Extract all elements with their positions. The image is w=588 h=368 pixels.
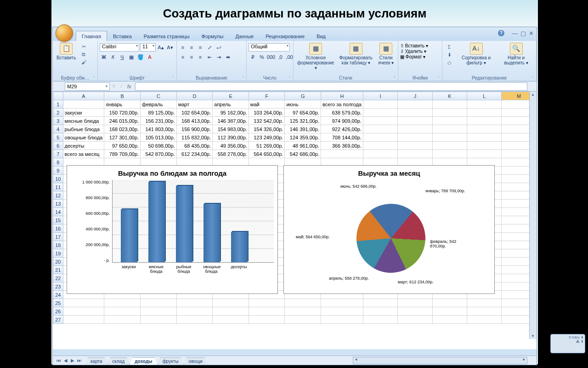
row-header-23[interactable]: 23 bbox=[53, 282, 63, 291]
row-header-5[interactable]: 5 bbox=[53, 133, 63, 142]
cell[interactable] bbox=[104, 299, 141, 307]
row-header-11[interactable]: 11 bbox=[53, 183, 63, 191]
sheet-tab-склад[interactable]: склад bbox=[107, 357, 130, 365]
restore-icon[interactable]: ▢ bbox=[520, 30, 526, 37]
cell[interactable]: мясные блюда bbox=[63, 117, 104, 125]
office-button[interactable] bbox=[56, 24, 73, 42]
last-sheet-icon[interactable]: ⏭ bbox=[76, 358, 83, 363]
horizontal-scrollbar[interactable] bbox=[353, 357, 527, 364]
enter-icon[interactable]: ✓ bbox=[119, 83, 124, 89]
cell[interactable] bbox=[363, 117, 397, 125]
cell[interactable]: всего за месяц bbox=[63, 150, 104, 158]
format-as-table-button[interactable]: ▦Форматировать как таблицу ▾ bbox=[337, 42, 375, 66]
cell[interactable] bbox=[432, 299, 467, 307]
cell[interactable]: 127 301,00р. bbox=[104, 133, 141, 142]
cell[interactable] bbox=[63, 307, 104, 316]
format-cells-button[interactable]: ▦ Формат ▾ bbox=[400, 54, 425, 59]
cell[interactable] bbox=[363, 100, 397, 109]
cell[interactable]: 103 264,00р. bbox=[249, 109, 285, 117]
cell[interactable] bbox=[398, 100, 432, 109]
next-sheet-icon[interactable]: ▶ bbox=[69, 358, 76, 363]
cell[interactable]: 542 870,00р. bbox=[141, 150, 177, 158]
cell[interactable]: январь bbox=[104, 100, 141, 109]
network-widget[interactable]: 5 KB/s ⬇🖧 ⬇ bbox=[550, 334, 585, 353]
ribbon-tab-Разметка страницы[interactable]: Разметка страницы bbox=[138, 31, 196, 41]
sheet-tab-карта[interactable]: карта bbox=[85, 357, 107, 365]
row-header-20[interactable]: 20 bbox=[53, 258, 63, 266]
vertical-scrollbar[interactable] bbox=[529, 92, 537, 339]
cell[interactable]: 564 650,00р. bbox=[249, 150, 285, 158]
cell[interactable]: 124 359,00р. bbox=[285, 133, 321, 142]
pie-chart[interactable]: Выручка за месяц январь; 789 709,00р.фев… bbox=[283, 165, 495, 294]
row-header-27[interactable]: 27 bbox=[53, 316, 63, 324]
increase-indent-icon[interactable]: ⇥ bbox=[215, 53, 223, 61]
row-header-10[interactable]: 10 bbox=[53, 175, 63, 183]
border-button[interactable]: ▦ bbox=[127, 53, 136, 61]
row-header-2[interactable]: 2 bbox=[53, 109, 63, 117]
align-middle-icon[interactable]: ≡ bbox=[187, 43, 196, 52]
increase-decimal-icon[interactable]: ,0 bbox=[276, 53, 284, 61]
col-header-A[interactable]: A bbox=[63, 92, 104, 100]
cell[interactable]: 112 390,00р. bbox=[213, 133, 249, 142]
cancel-icon[interactable]: ✕ bbox=[112, 83, 116, 89]
italic-button[interactable]: К bbox=[109, 53, 117, 61]
cell[interactable] bbox=[398, 125, 432, 133]
cell[interactable] bbox=[213, 299, 249, 307]
align-bottom-icon[interactable]: ≡ bbox=[196, 43, 204, 52]
cell[interactable]: 638 579,00р. bbox=[321, 109, 363, 117]
cell[interactable] bbox=[432, 316, 467, 324]
cell[interactable] bbox=[467, 307, 502, 316]
font-name-select[interactable]: Calibri bbox=[100, 43, 139, 52]
row-header-17[interactable]: 17 bbox=[53, 233, 63, 241]
cell[interactable] bbox=[363, 109, 397, 117]
minimize-icon[interactable]: — bbox=[512, 30, 518, 37]
fill-icon[interactable]: ⬇ bbox=[445, 51, 453, 58]
row-header-25[interactable]: 25 bbox=[53, 299, 63, 307]
ribbon-tab-Рецензирование[interactable]: Рецензирование bbox=[260, 31, 311, 41]
cell[interactable]: всего за полгода bbox=[321, 100, 363, 109]
font-size-select[interactable]: 11 bbox=[140, 43, 156, 52]
col-header-E[interactable]: E bbox=[213, 92, 249, 100]
cell[interactable]: 123 249,00р. bbox=[249, 133, 285, 142]
font-color-button[interactable]: A bbox=[146, 53, 154, 61]
cell[interactable] bbox=[467, 150, 502, 158]
cell[interactable]: 146 391,00р. bbox=[285, 125, 321, 133]
merge-icon[interactable]: ⬌ bbox=[224, 53, 232, 61]
cell[interactable] bbox=[141, 307, 177, 316]
orientation-icon[interactable]: ⤢ bbox=[205, 43, 214, 52]
cell[interactable]: 141 803,00р. bbox=[141, 125, 177, 133]
col-header-C[interactable]: C bbox=[141, 92, 177, 100]
ribbon-tab-Главная[interactable]: Главная bbox=[76, 31, 107, 41]
cell[interactable] bbox=[467, 100, 502, 109]
cell[interactable]: 89 125,00р. bbox=[141, 109, 177, 117]
row-header-14[interactable]: 14 bbox=[53, 208, 63, 216]
cell[interactable]: 168 413,00р. bbox=[176, 117, 213, 125]
cell[interactable] bbox=[467, 125, 502, 133]
cell[interactable] bbox=[104, 307, 141, 316]
col-header-L[interactable]: L bbox=[467, 92, 502, 100]
cell[interactable] bbox=[213, 307, 249, 316]
cell[interactable]: 50 698,00р. bbox=[141, 142, 177, 150]
cell[interactable]: 922 426,00р. bbox=[321, 125, 363, 133]
cell[interactable] bbox=[141, 299, 177, 307]
align-right-icon[interactable]: ≡ bbox=[196, 53, 204, 61]
cell[interactable]: 51 269,00р. bbox=[249, 142, 285, 150]
cell[interactable] bbox=[432, 133, 467, 142]
row-header-18[interactable]: 18 bbox=[53, 241, 63, 249]
cell[interactable]: июнь bbox=[285, 100, 321, 109]
cell[interactable]: 708 144,00р. bbox=[321, 133, 363, 142]
find-select-button[interactable]: 🔍Найти и выделить ▾ bbox=[498, 42, 534, 66]
cell[interactable]: май bbox=[249, 100, 285, 109]
prev-sheet-icon[interactable]: ◀ bbox=[62, 358, 69, 363]
col-header-K[interactable]: K bbox=[432, 92, 467, 100]
help-icon[interactable]: ? bbox=[498, 30, 504, 36]
cell[interactable]: 156 900,00р. bbox=[176, 125, 213, 133]
col-header-H[interactable]: H bbox=[321, 92, 363, 100]
cell[interactable]: 612 234,00р. bbox=[176, 150, 213, 158]
cell[interactable]: десерты bbox=[63, 142, 104, 150]
insert-cells-button[interactable]: ⇧ Вставить ▾ bbox=[400, 43, 428, 48]
cell[interactable] bbox=[398, 299, 432, 307]
align-top-icon[interactable]: ≡ bbox=[179, 43, 187, 52]
wrap-text-icon[interactable]: ⮐ bbox=[215, 43, 223, 52]
ribbon-tab-Формулы[interactable]: Формулы bbox=[196, 31, 230, 41]
